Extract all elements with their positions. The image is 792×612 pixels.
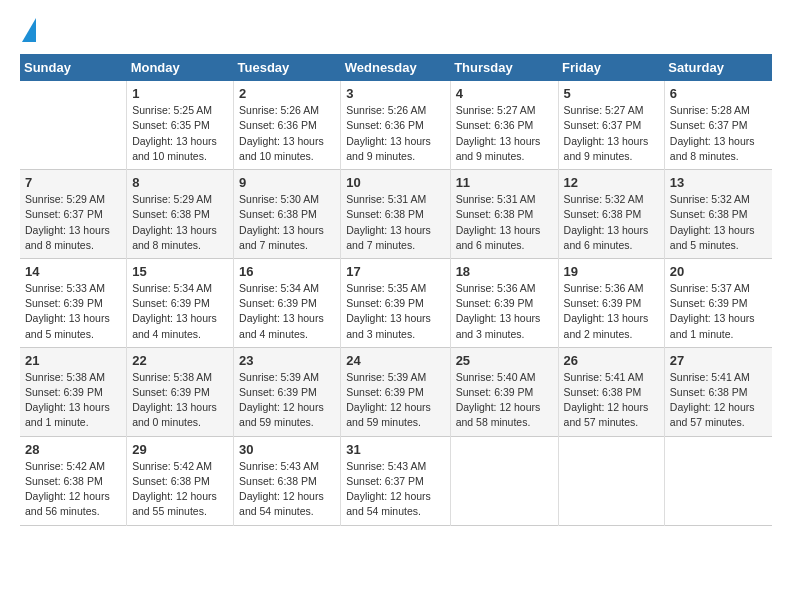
day-info: Sunrise: 5:33 AM Sunset: 6:39 PM Dayligh…: [25, 281, 121, 342]
day-number: 5: [564, 86, 659, 101]
day-number: 19: [564, 264, 659, 279]
day-number: 8: [132, 175, 228, 190]
day-info: Sunrise: 5:32 AM Sunset: 6:38 PM Dayligh…: [670, 192, 767, 253]
day-number: 16: [239, 264, 335, 279]
day-number: 12: [564, 175, 659, 190]
calendar-cell: [558, 436, 664, 525]
week-row-5: 28Sunrise: 5:42 AM Sunset: 6:38 PM Dayli…: [20, 436, 772, 525]
calendar-cell: 15Sunrise: 5:34 AM Sunset: 6:39 PM Dayli…: [127, 258, 234, 347]
day-info: Sunrise: 5:38 AM Sunset: 6:39 PM Dayligh…: [132, 370, 228, 431]
page-header: [20, 20, 772, 44]
day-number: 14: [25, 264, 121, 279]
day-info: Sunrise: 5:37 AM Sunset: 6:39 PM Dayligh…: [670, 281, 767, 342]
logo-triangle-icon: [22, 18, 36, 42]
day-info: Sunrise: 5:40 AM Sunset: 6:39 PM Dayligh…: [456, 370, 553, 431]
day-number: 20: [670, 264, 767, 279]
day-info: Sunrise: 5:26 AM Sunset: 6:36 PM Dayligh…: [346, 103, 444, 164]
day-number: 26: [564, 353, 659, 368]
week-row-1: 1Sunrise: 5:25 AM Sunset: 6:35 PM Daylig…: [20, 81, 772, 169]
calendar-cell: 2Sunrise: 5:26 AM Sunset: 6:36 PM Daylig…: [234, 81, 341, 169]
day-info: Sunrise: 5:27 AM Sunset: 6:37 PM Dayligh…: [564, 103, 659, 164]
day-number: 29: [132, 442, 228, 457]
calendar-cell: 8Sunrise: 5:29 AM Sunset: 6:38 PM Daylig…: [127, 170, 234, 259]
column-header-saturday: Saturday: [664, 54, 772, 81]
column-header-monday: Monday: [127, 54, 234, 81]
day-info: Sunrise: 5:29 AM Sunset: 6:37 PM Dayligh…: [25, 192, 121, 253]
column-header-sunday: Sunday: [20, 54, 127, 81]
calendar-cell: 6Sunrise: 5:28 AM Sunset: 6:37 PM Daylig…: [664, 81, 772, 169]
day-number: 23: [239, 353, 335, 368]
calendar-cell: 12Sunrise: 5:32 AM Sunset: 6:38 PM Dayli…: [558, 170, 664, 259]
week-row-4: 21Sunrise: 5:38 AM Sunset: 6:39 PM Dayli…: [20, 347, 772, 436]
day-info: Sunrise: 5:34 AM Sunset: 6:39 PM Dayligh…: [132, 281, 228, 342]
calendar-cell: 26Sunrise: 5:41 AM Sunset: 6:38 PM Dayli…: [558, 347, 664, 436]
logo: [20, 20, 36, 44]
day-info: Sunrise: 5:34 AM Sunset: 6:39 PM Dayligh…: [239, 281, 335, 342]
calendar-cell: 10Sunrise: 5:31 AM Sunset: 6:38 PM Dayli…: [341, 170, 450, 259]
calendar-cell: 9Sunrise: 5:30 AM Sunset: 6:38 PM Daylig…: [234, 170, 341, 259]
calendar-cell: 4Sunrise: 5:27 AM Sunset: 6:36 PM Daylig…: [450, 81, 558, 169]
calendar-cell: 17Sunrise: 5:35 AM Sunset: 6:39 PM Dayli…: [341, 258, 450, 347]
calendar-cell: [20, 81, 127, 169]
day-number: 1: [132, 86, 228, 101]
calendar-cell: 24Sunrise: 5:39 AM Sunset: 6:39 PM Dayli…: [341, 347, 450, 436]
day-info: Sunrise: 5:31 AM Sunset: 6:38 PM Dayligh…: [456, 192, 553, 253]
day-number: 11: [456, 175, 553, 190]
day-number: 4: [456, 86, 553, 101]
header-row: SundayMondayTuesdayWednesdayThursdayFrid…: [20, 54, 772, 81]
day-number: 6: [670, 86, 767, 101]
day-number: 25: [456, 353, 553, 368]
day-info: Sunrise: 5:25 AM Sunset: 6:35 PM Dayligh…: [132, 103, 228, 164]
calendar-cell: 30Sunrise: 5:43 AM Sunset: 6:38 PM Dayli…: [234, 436, 341, 525]
day-info: Sunrise: 5:35 AM Sunset: 6:39 PM Dayligh…: [346, 281, 444, 342]
calendar-cell: 18Sunrise: 5:36 AM Sunset: 6:39 PM Dayli…: [450, 258, 558, 347]
day-info: Sunrise: 5:29 AM Sunset: 6:38 PM Dayligh…: [132, 192, 228, 253]
calendar-cell: 14Sunrise: 5:33 AM Sunset: 6:39 PM Dayli…: [20, 258, 127, 347]
calendar-cell: 11Sunrise: 5:31 AM Sunset: 6:38 PM Dayli…: [450, 170, 558, 259]
calendar-cell: 27Sunrise: 5:41 AM Sunset: 6:38 PM Dayli…: [664, 347, 772, 436]
week-row-2: 7Sunrise: 5:29 AM Sunset: 6:37 PM Daylig…: [20, 170, 772, 259]
calendar-cell: 28Sunrise: 5:42 AM Sunset: 6:38 PM Dayli…: [20, 436, 127, 525]
calendar-cell: 29Sunrise: 5:42 AM Sunset: 6:38 PM Dayli…: [127, 436, 234, 525]
day-number: 9: [239, 175, 335, 190]
day-info: Sunrise: 5:38 AM Sunset: 6:39 PM Dayligh…: [25, 370, 121, 431]
day-number: 3: [346, 86, 444, 101]
day-number: 13: [670, 175, 767, 190]
day-number: 17: [346, 264, 444, 279]
day-number: 7: [25, 175, 121, 190]
calendar-cell: 19Sunrise: 5:36 AM Sunset: 6:39 PM Dayli…: [558, 258, 664, 347]
calendar-cell: 23Sunrise: 5:39 AM Sunset: 6:39 PM Dayli…: [234, 347, 341, 436]
day-info: Sunrise: 5:41 AM Sunset: 6:38 PM Dayligh…: [670, 370, 767, 431]
calendar-cell: 16Sunrise: 5:34 AM Sunset: 6:39 PM Dayli…: [234, 258, 341, 347]
calendar-cell: 7Sunrise: 5:29 AM Sunset: 6:37 PM Daylig…: [20, 170, 127, 259]
day-info: Sunrise: 5:42 AM Sunset: 6:38 PM Dayligh…: [25, 459, 121, 520]
day-number: 30: [239, 442, 335, 457]
column-header-friday: Friday: [558, 54, 664, 81]
day-info: Sunrise: 5:43 AM Sunset: 6:38 PM Dayligh…: [239, 459, 335, 520]
day-info: Sunrise: 5:36 AM Sunset: 6:39 PM Dayligh…: [564, 281, 659, 342]
calendar-cell: [450, 436, 558, 525]
calendar-cell: 21Sunrise: 5:38 AM Sunset: 6:39 PM Dayli…: [20, 347, 127, 436]
week-row-3: 14Sunrise: 5:33 AM Sunset: 6:39 PM Dayli…: [20, 258, 772, 347]
calendar-cell: 5Sunrise: 5:27 AM Sunset: 6:37 PM Daylig…: [558, 81, 664, 169]
calendar-cell: 13Sunrise: 5:32 AM Sunset: 6:38 PM Dayli…: [664, 170, 772, 259]
day-number: 27: [670, 353, 767, 368]
day-info: Sunrise: 5:31 AM Sunset: 6:38 PM Dayligh…: [346, 192, 444, 253]
day-info: Sunrise: 5:39 AM Sunset: 6:39 PM Dayligh…: [346, 370, 444, 431]
day-number: 22: [132, 353, 228, 368]
calendar-cell: 3Sunrise: 5:26 AM Sunset: 6:36 PM Daylig…: [341, 81, 450, 169]
day-number: 28: [25, 442, 121, 457]
day-info: Sunrise: 5:43 AM Sunset: 6:37 PM Dayligh…: [346, 459, 444, 520]
day-info: Sunrise: 5:36 AM Sunset: 6:39 PM Dayligh…: [456, 281, 553, 342]
column-header-wednesday: Wednesday: [341, 54, 450, 81]
day-info: Sunrise: 5:42 AM Sunset: 6:38 PM Dayligh…: [132, 459, 228, 520]
day-info: Sunrise: 5:32 AM Sunset: 6:38 PM Dayligh…: [564, 192, 659, 253]
column-header-thursday: Thursday: [450, 54, 558, 81]
day-info: Sunrise: 5:30 AM Sunset: 6:38 PM Dayligh…: [239, 192, 335, 253]
day-number: 2: [239, 86, 335, 101]
day-info: Sunrise: 5:28 AM Sunset: 6:37 PM Dayligh…: [670, 103, 767, 164]
calendar-cell: 20Sunrise: 5:37 AM Sunset: 6:39 PM Dayli…: [664, 258, 772, 347]
day-number: 18: [456, 264, 553, 279]
calendar-cell: 25Sunrise: 5:40 AM Sunset: 6:39 PM Dayli…: [450, 347, 558, 436]
day-number: 10: [346, 175, 444, 190]
